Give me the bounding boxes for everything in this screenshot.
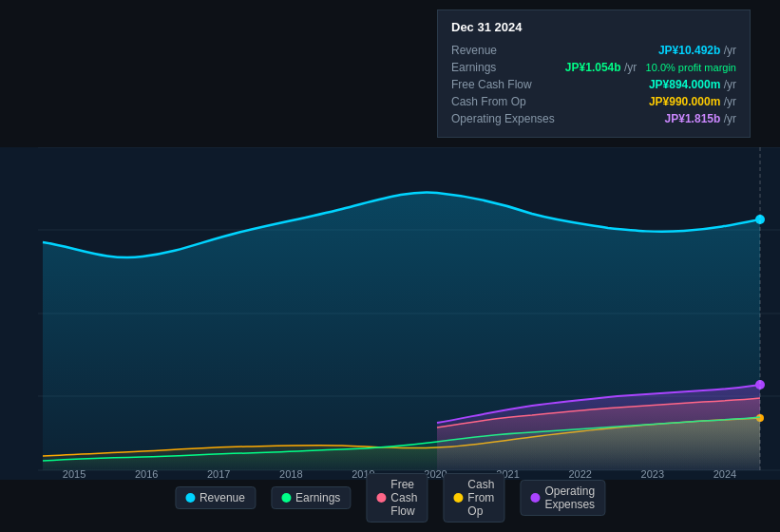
tooltip-box: Dec 31 2024 Revenue JP¥10.492b /yr Earni…: [437, 10, 751, 138]
chart-legend: Revenue Earnings Free Cash Flow Cash Fro…: [175, 473, 605, 522]
tooltip-date: Dec 31 2024: [451, 20, 736, 34]
tooltip-value-fcf: JP¥894.000m: [649, 78, 720, 91]
legend-item-cashfromop[interactable]: Cash From Op: [443, 473, 504, 522]
legend-dot-cashfromop: [453, 493, 463, 503]
tooltip-value-revenue: JP¥10.492b: [658, 44, 720, 57]
tooltip-row-fcf: Free Cash Flow JP¥894.000m /yr: [451, 76, 736, 93]
legend-label-cashfromop: Cash From Op: [467, 478, 494, 518]
legend-item-fcf[interactable]: Free Cash Flow: [366, 473, 428, 522]
legend-dot-fcf: [376, 493, 386, 503]
legend-item-earnings[interactable]: Earnings: [271, 486, 351, 509]
tooltip-label-revenue: Revenue: [451, 44, 497, 57]
legend-item-revenue[interactable]: Revenue: [175, 486, 256, 509]
legend-dot-earnings: [281, 493, 291, 503]
legend-dot-revenue: [185, 493, 195, 503]
x-label-2016: 2016: [135, 468, 158, 480]
tooltip-label-cashfromop: Cash From Op: [451, 95, 526, 108]
tooltip-label-earnings: Earnings: [451, 61, 496, 74]
legend-item-opex[interactable]: Operating Expenses: [520, 480, 605, 516]
tooltip-label-fcf: Free Cash Flow: [451, 78, 532, 91]
x-label-2024: 2024: [713, 468, 736, 480]
legend-label-earnings: Earnings: [295, 491, 340, 504]
chart-svg: [0, 147, 780, 480]
legend-dot-opex: [530, 493, 540, 503]
tooltip-value-earnings: JP¥1.054b: [565, 61, 621, 74]
x-label-2023: 2023: [641, 468, 664, 480]
x-label-2015: 2015: [63, 468, 86, 480]
chart-svg-area[interactable]: [0, 147, 780, 480]
legend-label-fcf: Free Cash Flow: [390, 478, 417, 518]
tooltip-label-opex: Operating Expenses: [451, 112, 555, 125]
legend-label-revenue: Revenue: [200, 491, 245, 504]
tooltip-row-revenue: Revenue JP¥10.492b /yr: [451, 42, 736, 59]
tooltip-row-cashfromop: Cash From Op JP¥990.000m /yr: [451, 93, 736, 110]
legend-label-opex: Operating Expenses: [544, 484, 595, 511]
tooltip-row-earnings: Earnings JP¥1.054b /yr 10.0% profit marg…: [451, 59, 736, 76]
tooltip-row-opex: Operating Expenses JP¥1.815b /yr: [451, 110, 736, 127]
profit-margin: 10.0% profit margin: [646, 62, 736, 73]
tooltip-value-cashfromop: JP¥990.000m: [649, 95, 720, 108]
chart-container: Dec 31 2024 Revenue JP¥10.492b /yr Earni…: [0, 0, 780, 532]
tooltip-value-opex: JP¥1.815b: [665, 112, 721, 125]
